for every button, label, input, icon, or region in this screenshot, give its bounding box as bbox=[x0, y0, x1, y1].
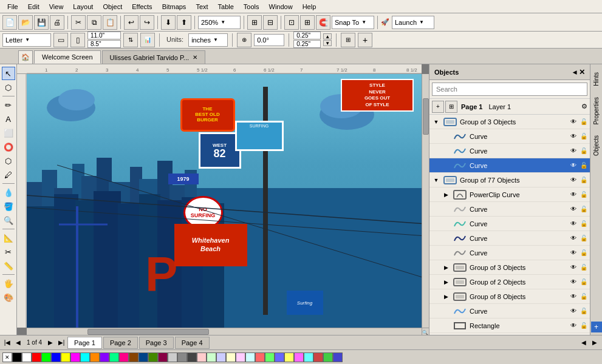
obj-lock-12[interactable]: 🔓 bbox=[580, 278, 587, 285]
menu-effects[interactable]: Effects bbox=[127, 2, 157, 12]
angle-input[interactable] bbox=[254, 34, 284, 46]
obj-eye-10[interactable]: 👁 bbox=[569, 249, 578, 257]
obj-eye-15[interactable]: 👁 bbox=[569, 322, 578, 330]
tool-select[interactable]: ↖ bbox=[2, 67, 15, 80]
object-list-item-12[interactable]: ▶ Group of 2 Objects 👁 🔓 bbox=[429, 275, 590, 289]
export-button[interactable]: ⬆ bbox=[177, 15, 191, 30]
scroll-right-btn[interactable]: ▶ bbox=[590, 338, 600, 348]
tool-pen[interactable]: 🖊 bbox=[2, 168, 15, 181]
color-swatch-14[interactable] bbox=[148, 352, 158, 362]
launch-dropdown[interactable]: Launch ▼ bbox=[392, 16, 434, 29]
view-btn2[interactable]: ⊟ bbox=[263, 15, 278, 30]
view-btn3[interactable]: ⊡ bbox=[284, 15, 299, 30]
obj-lock-6[interactable]: 🔓 bbox=[580, 191, 587, 198]
color-swatch-6[interactable] bbox=[70, 352, 80, 362]
zoom-indicator-icon[interactable]: 🔍 bbox=[422, 330, 428, 335]
color-swatch-5[interactable] bbox=[61, 352, 70, 362]
obj-lock-7[interactable]: 🔓 bbox=[580, 206, 587, 212]
panel-add-layer-btn[interactable]: + bbox=[432, 101, 444, 113]
menu-table[interactable]: Table bbox=[213, 2, 239, 12]
add-plus-btn[interactable]: + bbox=[358, 33, 372, 47]
tool-polygon[interactable]: ⬡ bbox=[2, 154, 15, 167]
print-button[interactable]: 🖨 bbox=[50, 15, 64, 30]
obj-eye-3[interactable]: 👁 bbox=[569, 147, 578, 155]
color-swatch-10[interactable] bbox=[109, 352, 119, 362]
obj-arrow-12[interactable]: ▶ bbox=[442, 278, 450, 286]
object-list-item-1[interactable]: ▼ Group of 3 Objects 👁 🔓 bbox=[429, 115, 590, 129]
menu-file[interactable]: File bbox=[2, 2, 23, 12]
tool-color[interactable]: 🎨 bbox=[2, 291, 15, 304]
object-list-item-10[interactable]: Curve 👁 🔓 bbox=[429, 246, 590, 260]
color-swatch-16[interactable] bbox=[168, 352, 177, 362]
obj-eye-13[interactable]: 👁 bbox=[569, 292, 578, 301]
xscale-input[interactable] bbox=[293, 32, 321, 39]
obj-eye-1[interactable]: 👁 bbox=[569, 118, 578, 126]
color-swatch-11[interactable] bbox=[119, 352, 129, 362]
color-swatch-21[interactable] bbox=[216, 352, 226, 362]
color-swatch-30[interactable] bbox=[304, 352, 313, 362]
obj-eye-8[interactable]: 👁 bbox=[569, 220, 578, 228]
panel-add-master-layer-btn[interactable]: ⊞ bbox=[445, 101, 457, 113]
landscape-btn[interactable]: ▯ bbox=[70, 33, 85, 47]
obj-lock-15[interactable]: 🔓 bbox=[580, 322, 587, 329]
yscale-input[interactable] bbox=[293, 40, 321, 48]
color-swatch-8[interactable] bbox=[90, 352, 100, 362]
color-swatch-22[interactable] bbox=[226, 352, 236, 362]
obj-arrow-11[interactable]: ▶ bbox=[442, 263, 450, 272]
menu-edit[interactable]: Edit bbox=[23, 2, 44, 12]
height-input[interactable] bbox=[87, 40, 121, 48]
obj-lock-11[interactable]: 🔓 bbox=[580, 264, 587, 271]
color-swatch-25[interactable] bbox=[255, 352, 265, 362]
tool-crop[interactable]: ✂ bbox=[2, 245, 15, 258]
obj-lock-13[interactable]: 🔓 bbox=[580, 293, 587, 300]
color-swatch-13[interactable] bbox=[139, 352, 148, 362]
scroll-left-btn[interactable]: ◀ bbox=[579, 338, 589, 348]
color-swatch-32[interactable] bbox=[323, 352, 333, 362]
fit-page-btn[interactable]: ⊞ bbox=[341, 33, 355, 47]
page-next-btn[interactable]: ▶ bbox=[46, 338, 55, 348]
color-swatch-19[interactable] bbox=[197, 352, 207, 362]
menu-view[interactable]: View bbox=[44, 2, 69, 12]
object-list-item-9[interactable]: Curve 👁 🔓 bbox=[429, 231, 590, 246]
right-tabs-add-btn[interactable]: + bbox=[591, 322, 602, 332]
color-swatch-23[interactable] bbox=[236, 352, 245, 362]
color-swatch-31[interactable] bbox=[313, 352, 323, 362]
open-button[interactable]: 📂 bbox=[18, 15, 33, 30]
xscale-down[interactable]: ▼ bbox=[323, 40, 332, 46]
object-list-item-13[interactable]: ▶ Group of 8 Objects 👁 🔓 bbox=[429, 289, 590, 304]
units-dropdown[interactable]: inches ▼ bbox=[188, 33, 228, 47]
scrollbar-thumb-v[interactable] bbox=[423, 98, 429, 135]
tab-hints[interactable]: Hints bbox=[591, 67, 601, 92]
snap-dropdown[interactable]: Snap To ▼ bbox=[332, 16, 374, 29]
object-list-item-8[interactable]: Curve 👁 🔓 bbox=[429, 217, 590, 231]
obj-eye-7[interactable]: 👁 bbox=[569, 205, 578, 214]
object-list-item-7[interactable]: Curve 👁 🔓 bbox=[429, 202, 590, 217]
tool-ellipse[interactable]: ⭕ bbox=[2, 140, 15, 153]
obj-eye-12[interactable]: 👁 bbox=[569, 278, 578, 286]
page-options-btn[interactable]: 📊 bbox=[140, 33, 155, 47]
page-first-btn[interactable]: |◀ bbox=[2, 338, 12, 348]
no-color-swatch[interactable]: ✕ bbox=[2, 352, 12, 362]
tool-dropper[interactable]: 💧 bbox=[2, 186, 15, 199]
scrollbar-vertical[interactable] bbox=[422, 74, 429, 328]
tool-node[interactable]: ⬡ bbox=[2, 81, 15, 94]
object-list-item-14[interactable]: Curve 👁 🔓 bbox=[429, 304, 590, 318]
menu-text[interactable]: Text bbox=[191, 2, 213, 12]
color-swatch-18[interactable] bbox=[187, 352, 197, 362]
undo-button[interactable]: ↩ bbox=[124, 15, 139, 30]
object-list-item-11[interactable]: ▶ Group of 3 Objects 👁 🔓 bbox=[429, 260, 590, 275]
color-swatch-29[interactable] bbox=[294, 352, 304, 362]
menu-tools[interactable]: Tools bbox=[239, 2, 264, 12]
tool-fill[interactable]: 🪣 bbox=[2, 200, 15, 213]
color-swatch-20[interactable] bbox=[207, 352, 216, 362]
obj-lock-1[interactable]: 🔓 bbox=[580, 118, 587, 125]
obj-eye-6[interactable]: 👁 bbox=[569, 190, 578, 199]
object-list-item-3[interactable]: Curve 👁 🔓 bbox=[429, 144, 590, 158]
tool-measure[interactable]: 📏 bbox=[2, 259, 15, 272]
canvas-content[interactable]: THEBEST OLDBURGER WEST 82 SURFING NOSURF… bbox=[27, 74, 422, 328]
xscale-up[interactable]: ▲ bbox=[323, 33, 332, 39]
color-swatch-0[interactable] bbox=[12, 352, 22, 362]
new-button[interactable]: 📄 bbox=[2, 15, 17, 30]
color-swatch-28[interactable] bbox=[284, 352, 294, 362]
panel-gear-icon[interactable]: ⚙ bbox=[581, 103, 587, 110]
